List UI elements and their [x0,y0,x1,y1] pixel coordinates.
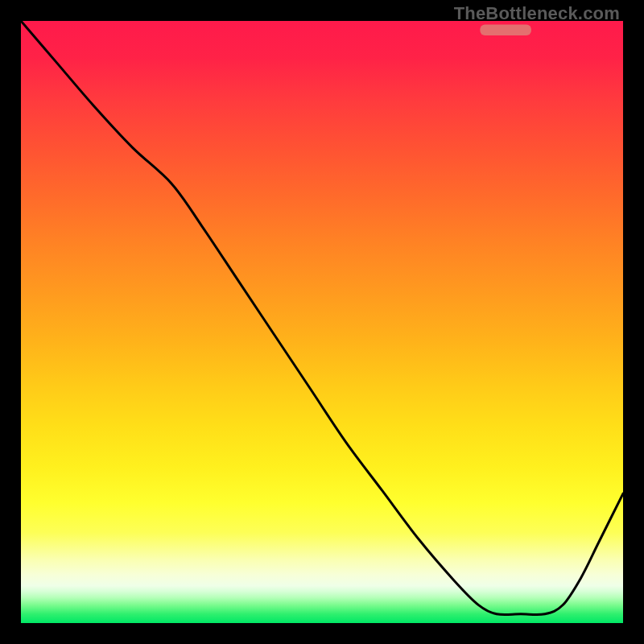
bottleneck-chart [21,21,623,623]
gradient-background [21,21,623,623]
chart-frame [21,21,623,623]
optimal-marker [480,24,531,35]
